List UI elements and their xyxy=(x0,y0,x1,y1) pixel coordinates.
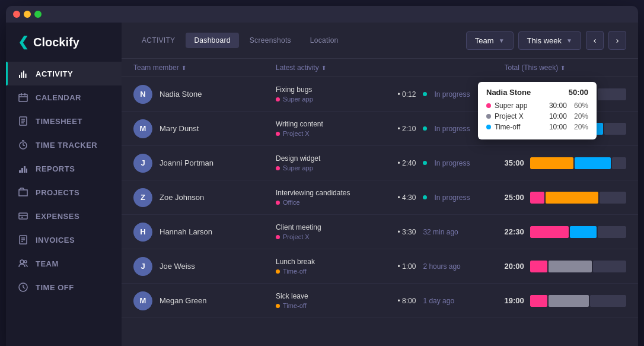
nav-icon-calendar xyxy=(18,92,28,103)
bar-remaining xyxy=(604,123,626,135)
sidebar-item-team[interactable]: TEAM xyxy=(6,252,122,275)
total-time: 35:00 xyxy=(505,158,524,167)
sidebar-item-time-tracker[interactable]: TIME TRACKER xyxy=(6,133,122,157)
nav-icon-team xyxy=(18,258,28,269)
sidebar-item-label: ACTIVITY xyxy=(36,69,73,78)
tab-activity[interactable]: ACTIVITY xyxy=(133,33,183,48)
avatar: M xyxy=(133,119,152,138)
duration: • 1:00 xyxy=(398,262,416,271)
nav-icon-timesheet xyxy=(18,116,28,126)
status-dot xyxy=(423,92,427,96)
bar-container xyxy=(530,192,626,204)
bar-segment xyxy=(575,157,611,169)
nav-icon-time-off xyxy=(18,282,28,293)
bar-remaining xyxy=(612,157,626,169)
project-name: Office xyxy=(283,199,300,206)
tab-dashboard[interactable]: Dashboard xyxy=(186,33,238,48)
expand-dot[interactable] xyxy=(34,11,42,18)
svg-rect-17 xyxy=(21,168,23,173)
bar-container xyxy=(530,261,626,272)
sidebar-item-expenses[interactable]: EXPENSES xyxy=(6,204,122,228)
activity-name: Client meeting xyxy=(276,223,398,231)
tooltip-dot xyxy=(486,103,491,108)
duration: • 4:30 xyxy=(398,193,416,202)
project-dot xyxy=(276,201,280,205)
svg-point-28 xyxy=(24,261,27,263)
table-row: Z Zoe Johnson Interviewing candidates Of… xyxy=(122,180,638,215)
table-row: H Hannah Larson Client meeting Project X… xyxy=(122,215,638,249)
sidebar-item-activity[interactable]: ACTIVITY xyxy=(6,62,122,85)
project-dot xyxy=(276,235,280,239)
prev-button[interactable]: ‹ xyxy=(586,31,604,50)
tooltip-pct: 20% xyxy=(574,112,588,120)
activity-cell: Fixing bugs Super app xyxy=(276,85,398,103)
bar-cell: 22:30 xyxy=(505,226,627,238)
tooltip-time: 30:00 xyxy=(549,101,567,110)
project-name: Project X xyxy=(283,233,310,240)
tab-screenshots[interactable]: Screenshots xyxy=(241,33,299,48)
svg-rect-16 xyxy=(19,170,21,173)
nav-icon-activity xyxy=(18,68,28,79)
sidebar-item-time-off[interactable]: TIME OFF xyxy=(6,275,122,299)
member-name: Joanni Portman xyxy=(160,158,213,167)
activity-name: Lunch break xyxy=(276,258,398,266)
member-name: Nadia Stone xyxy=(160,90,202,99)
minimize-dot[interactable] xyxy=(24,11,31,18)
bar-remaining xyxy=(600,192,626,204)
activity-project: Project X xyxy=(276,233,398,240)
sidebar-item-reports[interactable]: REPORTS xyxy=(6,157,122,180)
team-dropdown[interactable]: Team ▼ xyxy=(466,31,514,50)
activity-cell: Design widget Super app xyxy=(276,154,398,172)
bar-remaining xyxy=(593,261,626,272)
sidebar-item-timesheet[interactable]: TIMESHEET xyxy=(6,109,122,133)
svg-rect-3 xyxy=(25,74,27,78)
app-body: ❮ Clockify ACTIVITY CALENDAR TIMESHEET T… xyxy=(6,23,638,346)
status-text: 2 hours ago xyxy=(423,262,460,271)
activity-project: Project X xyxy=(276,130,398,137)
status-dot xyxy=(423,161,427,165)
table-row: M Megan Green Sick leave Time-off • 8:00… xyxy=(122,284,638,318)
duration: • 2:10 xyxy=(398,125,416,133)
tab-location[interactable]: Location xyxy=(302,33,347,48)
sidebar-item-label: PROJECTS xyxy=(36,188,79,197)
sidebar-item-label: TEAM xyxy=(36,259,59,268)
close-dot[interactable] xyxy=(13,11,20,18)
activity-cell: Sick leave Time-off xyxy=(276,292,398,309)
tooltip-label: Time-off xyxy=(495,123,546,131)
tooltip-total: 50:00 xyxy=(569,88,588,97)
sidebar-item-calendar[interactable]: CALENDAR xyxy=(6,85,122,109)
tab-bar: ACTIVITYDashboardScreenshotsLocation xyxy=(133,33,347,48)
duration: • 2:40 xyxy=(398,159,416,167)
tooltip-row: Time-off 10:00 20% xyxy=(486,123,588,131)
logo: ❮ Clockify xyxy=(6,28,122,62)
next-button[interactable]: › xyxy=(608,31,626,50)
bar-segment xyxy=(549,261,592,272)
activity-name: Writing content xyxy=(276,120,398,128)
active-indicator xyxy=(6,62,8,85)
avatar: M xyxy=(133,291,152,310)
status-dot xyxy=(423,126,427,131)
bar-segment xyxy=(530,192,544,204)
nav-icon-expenses xyxy=(18,211,28,221)
svg-rect-2 xyxy=(23,71,24,78)
nav-icon-invoices xyxy=(18,234,28,245)
sidebar-item-projects[interactable]: PROJECTS xyxy=(6,180,122,204)
svg-rect-4 xyxy=(19,94,27,101)
tooltip-time: 10:00 xyxy=(549,123,567,131)
project-name: Project X xyxy=(283,130,310,137)
bar-segment xyxy=(530,226,569,238)
bar-remaining xyxy=(598,226,626,238)
activity-project: Super app xyxy=(276,164,398,172)
svg-line-31 xyxy=(23,287,25,288)
project-dot xyxy=(276,97,280,101)
project-name: Time-off xyxy=(283,302,307,309)
time-cell: • 3:30 32 min ago xyxy=(398,228,505,236)
time-cell: • 8:00 1 day ago xyxy=(398,297,505,305)
bar-cell: 20:00 xyxy=(505,261,627,272)
time-cell: • 4:30 In progress xyxy=(398,193,505,202)
week-dropdown[interactable]: This week ▼ xyxy=(518,31,581,50)
member-cell: J Joe Weiss xyxy=(133,257,276,276)
sidebar-item-label: TIME OFF xyxy=(36,283,74,292)
duration: • 0:12 xyxy=(398,90,416,99)
sidebar-item-invoices[interactable]: INVOICES xyxy=(6,228,122,252)
